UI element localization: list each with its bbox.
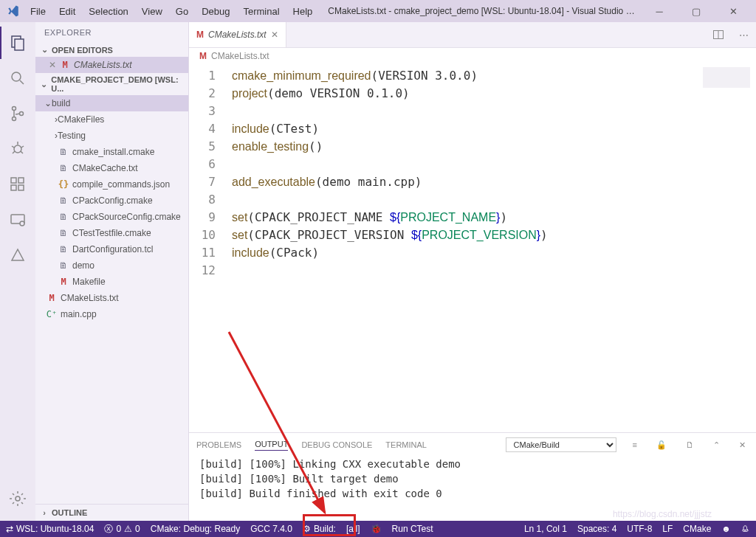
- debug-icon[interactable]: [0, 133, 35, 165]
- bottom-panel: PROBLEMS OUTPUT DEBUG CONSOLE TERMINAL C…: [189, 432, 756, 521]
- menu-edit[interactable]: Edit: [52, 4, 82, 19]
- file-item[interactable]: C⁺main.cpp: [35, 306, 188, 322]
- file-item[interactable]: 🗎demo: [35, 257, 188, 274]
- annotation-highlight: [303, 514, 356, 536]
- close-button[interactable]: ✕: [716, 0, 750, 22]
- extensions-icon[interactable]: [0, 168, 35, 201]
- kit-status[interactable]: GCC 7.4.0: [250, 524, 292, 534]
- menu-help[interactable]: Help: [286, 4, 320, 19]
- menu-view[interactable]: View: [135, 4, 169, 19]
- window-title: CMakeLists.txt - cmake_project_demo [WSL…: [322, 6, 639, 16]
- menu-go[interactable]: Go: [169, 4, 195, 19]
- svg-point-6: [20, 112, 24, 116]
- settings-gear-icon[interactable]: [0, 482, 35, 515]
- svg-line-3: [20, 80, 24, 84]
- ctest-button[interactable]: Run CTest: [392, 524, 433, 534]
- file-item[interactable]: 🗎CPackConfig.cmake: [35, 193, 188, 209]
- svg-rect-15: [18, 185, 24, 190]
- menu-terminal[interactable]: Terminal: [236, 4, 286, 19]
- file-item[interactable]: 🗎CTestTestfile.cmake: [35, 225, 188, 241]
- maximize-panel-icon[interactable]: ⌃: [710, 440, 723, 450]
- lock-scroll-icon[interactable]: 🔓: [653, 440, 670, 450]
- svg-point-2: [12, 72, 21, 81]
- svg-point-20: [16, 496, 20, 501]
- folder-build[interactable]: ⌄build: [35, 95, 188, 111]
- svg-line-11: [13, 151, 15, 153]
- maximize-button[interactable]: ▢: [679, 0, 713, 22]
- open-file-icon[interactable]: 🗋: [683, 440, 697, 449]
- outline-section[interactable]: ›OUTLINE: [35, 504, 188, 521]
- clear-output-icon[interactable]: ≡: [630, 440, 640, 449]
- svg-point-18: [20, 221, 24, 226]
- svg-line-9: [12, 146, 14, 148]
- workspace-section[interactable]: ⌄CMAKE_PROJECT_DEMO [WSL: U...: [35, 73, 188, 95]
- file-item[interactable]: 🗎CMakeCache.txt: [35, 160, 188, 176]
- file-item[interactable]: 🗎cmake_install.cmake: [35, 144, 188, 160]
- indentation[interactable]: Spaces: 4: [577, 524, 616, 534]
- tab-problems[interactable]: PROBLEMS: [196, 440, 241, 449]
- svg-line-12: [21, 151, 23, 153]
- vscode-logo-icon: [6, 4, 21, 18]
- title-bar: FileEditSelectionViewGoDebugTerminalHelp…: [0, 0, 756, 22]
- cursor-position[interactable]: Ln 1, Col 1: [524, 524, 567, 534]
- svg-point-4: [13, 107, 16, 111]
- file-item[interactable]: MMakefile: [35, 274, 188, 290]
- file-item[interactable]: 🗎DartConfiguration.tcl: [35, 241, 188, 257]
- status-bar: ⇄WSL: Ubuntu-18.04 ⓧ0⚠0 CMake: Debug: Re…: [0, 521, 756, 537]
- tab-terminal[interactable]: TERMINAL: [385, 440, 427, 449]
- explorer-sidebar: EXPLORER ⌄OPEN EDITORS ✕MCMakeLists.txt …: [35, 22, 189, 521]
- folder-testing[interactable]: ›Testing: [35, 128, 188, 144]
- line-gutter: 123456789101112: [189, 64, 226, 432]
- notifications-icon[interactable]: 🕭: [741, 524, 750, 534]
- more-actions-icon[interactable]: ⋯: [731, 22, 756, 47]
- code-editor[interactable]: cmake_minimum_required(VERSION 3.0.0) pr…: [226, 64, 756, 432]
- explorer-title: EXPLORER: [35, 22, 188, 43]
- activity-bar: [0, 22, 35, 521]
- remote-indicator[interactable]: ⇄WSL: Ubuntu-18.04: [6, 524, 94, 534]
- tab-debug-console[interactable]: DEBUG CONSOLE: [301, 440, 372, 449]
- svg-point-5: [13, 117, 16, 121]
- open-editor-item[interactable]: ✕MCMakeLists.txt: [35, 57, 188, 73]
- tab-output[interactable]: OUTPUT: [255, 440, 288, 451]
- encoding[interactable]: UTF-8: [627, 524, 652, 534]
- watermark: https://blog.csdn.net/jjjstz: [613, 509, 712, 519]
- split-editor-icon[interactable]: [706, 22, 731, 47]
- minimap[interactable]: [703, 67, 750, 88]
- debug-launch-icon[interactable]: 🐞: [371, 524, 382, 534]
- eol[interactable]: LF: [662, 524, 673, 534]
- svg-rect-16: [18, 178, 24, 183]
- svg-rect-14: [11, 185, 16, 190]
- tab-cmakelists[interactable]: M CMakeLists.txt ✕: [189, 22, 286, 47]
- source-control-icon[interactable]: [0, 97, 35, 130]
- svg-marker-19: [12, 249, 24, 260]
- close-panel-icon[interactable]: ✕: [736, 440, 749, 450]
- problems-indicator[interactable]: ⓧ0⚠0: [104, 523, 140, 536]
- svg-rect-1: [15, 39, 24, 50]
- menu-file[interactable]: File: [24, 4, 52, 19]
- feedback-icon[interactable]: ☻: [721, 524, 731, 534]
- search-icon[interactable]: [0, 62, 35, 94]
- menu-selection[interactable]: Selection: [82, 4, 134, 19]
- remote-explorer-icon[interactable]: [0, 204, 35, 236]
- minimize-button[interactable]: ─: [642, 0, 676, 22]
- close-icon[interactable]: ✕: [271, 30, 278, 40]
- svg-line-10: [21, 146, 24, 148]
- svg-rect-13: [11, 178, 16, 183]
- folder-cmakefiles[interactable]: ›CMakeFiles: [35, 111, 188, 128]
- tab-bar: M CMakeLists.txt ✕ ⋯: [189, 22, 756, 48]
- language-mode[interactable]: CMake: [683, 524, 711, 534]
- cmake-status[interactable]: CMake: Debug: Ready: [151, 524, 240, 534]
- menu-debug[interactable]: Debug: [195, 4, 236, 19]
- file-item[interactable]: {}compile_commands.json: [35, 176, 188, 193]
- breadcrumb[interactable]: MCMakeLists.txt: [189, 48, 756, 64]
- cmake-icon[interactable]: [0, 239, 35, 271]
- editor-group: M CMakeLists.txt ✕ ⋯ MCMakeLists.txt 123…: [189, 22, 756, 521]
- explorer-icon[interactable]: [0, 27, 35, 59]
- open-editors-section[interactable]: ⌄OPEN EDITORS: [35, 43, 188, 57]
- output-channel-select[interactable]: CMake/Build: [506, 437, 616, 452]
- file-item[interactable]: MCMakeLists.txt: [35, 290, 188, 306]
- file-item[interactable]: 🗎CPackSourceConfig.cmake: [35, 209, 188, 225]
